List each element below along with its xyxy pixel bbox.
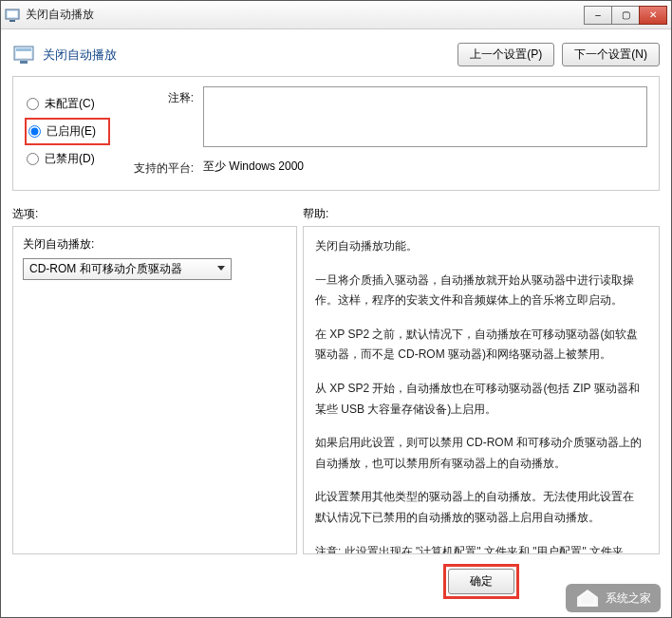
ok-highlight: 确定 (443, 564, 519, 599)
platform-row: 支持的平台: 至少 Windows 2000 (127, 157, 647, 177)
radio-enabled-label: 已启用(E) (47, 123, 96, 140)
radio-enabled[interactable]: 已启用(E) (25, 118, 110, 145)
prev-setting-button[interactable]: 上一个设置(P) (457, 43, 554, 66)
watermark: 系统之家 (566, 584, 661, 612)
options-panel: 关闭自动播放: CD-ROM 和可移动介质驱动器 (12, 226, 297, 554)
svg-rect-6 (20, 61, 28, 64)
bottom-bar: 确定 取消 应用(A) (12, 554, 660, 609)
watermark-text: 系统之家 (606, 590, 651, 607)
help-p6: 此设置禁用其他类型的驱动器上的自动播放。无法使用此设置在默认情况下已禁用的自动播… (315, 487, 644, 528)
help-p1: 关闭自动播放功能。 (315, 236, 644, 257)
page-title: 关闭自动播放 (43, 47, 457, 64)
split-labels: 选项: 帮助: (12, 206, 660, 222)
nav-buttons: 上一个设置(P) 下一个设置(N) (457, 43, 660, 66)
help-p5: 如果启用此设置，则可以禁用 CD-ROM 和可移动介质驱动器上的自动播放，也可以… (315, 433, 644, 474)
autoplay-off-select[interactable]: CD-ROM 和可移动介质驱动器 (23, 258, 232, 280)
help-header: 帮助: (297, 206, 660, 222)
house-shield-icon (575, 588, 600, 609)
autoplay-off-select-value: CD-ROM 和可移动介质驱动器 (29, 262, 182, 275)
help-p2: 一旦将介质插入驱动器，自动播放就开始从驱动器中进行读取操作。这样，程序的安装文件… (315, 271, 644, 311)
radio-not-configured-label: 未配置(C) (45, 96, 95, 112)
close-button[interactable]: ✕ (639, 6, 667, 25)
platform-label: 支持的平台: (127, 157, 194, 177)
minimize-button[interactable]: – (584, 6, 612, 25)
radio-disabled-input[interactable] (27, 153, 39, 165)
help-p4: 从 XP SP2 开始，自动播放也在可移动驱动器(包括 ZIP 驱动器和某些 U… (315, 379, 644, 420)
state-radios: 未配置(C) 已启用(E) 已禁用(D) (25, 86, 110, 177)
titlebar: 关闭自动播放 – ▢ ✕ (1, 1, 671, 29)
top-panel: 未配置(C) 已启用(E) 已禁用(D) 注释: 支持的平台: (12, 76, 660, 191)
minimize-icon: – (595, 9, 601, 20)
comment-row: 注释: (127, 86, 647, 147)
window-title: 关闭自动播放 (26, 7, 585, 23)
platform-value: 至少 Windows 2000 (203, 157, 304, 175)
header-row: 关闭自动播放 上一个设置(P) 下一个设置(N) (12, 39, 660, 76)
svg-rect-2 (9, 20, 15, 22)
options-header: 选项: (12, 206, 297, 222)
comment-textarea[interactable] (203, 86, 647, 147)
help-panel[interactable]: 关闭自动播放功能。 一旦将介质插入驱动器，自动播放就开始从驱动器中进行读取操作。… (303, 226, 660, 554)
radio-disabled-label: 已禁用(D) (45, 151, 95, 167)
radio-enabled-input[interactable] (28, 125, 41, 138)
policy-icon (12, 44, 35, 66)
split-area: 关闭自动播放: CD-ROM 和可移动介质驱动器 关闭自动播放功能。 一旦将介质… (12, 226, 660, 554)
window-controls: – ▢ ✕ (585, 6, 667, 25)
svg-rect-5 (16, 48, 31, 51)
help-p3: 在 XP SP2 之前，默认情况下，自动播放在可移动驱动器(如软盘驱动器，而不是… (315, 325, 644, 365)
gpo-icon (5, 8, 20, 23)
comment-label: 注释: (127, 86, 194, 106)
radio-not-configured-input[interactable] (27, 98, 39, 110)
help-p7: 注意: 此设置出现在 "计算机配置" 文件夹和 "用户配置" 文件夹中。如果两个… (315, 542, 644, 554)
svg-rect-1 (8, 11, 17, 17)
ok-button[interactable]: 确定 (448, 569, 514, 594)
next-setting-button[interactable]: 下一个设置(N) (562, 43, 660, 66)
maximize-button[interactable]: ▢ (611, 6, 640, 25)
options-field-label: 关闭自动播放: (23, 236, 287, 253)
close-icon: ✕ (649, 9, 657, 20)
maximize-icon: ▢ (622, 9, 630, 20)
radio-not-configured[interactable]: 未配置(C) (25, 90, 110, 118)
radio-disabled[interactable]: 已禁用(D) (25, 145, 110, 173)
